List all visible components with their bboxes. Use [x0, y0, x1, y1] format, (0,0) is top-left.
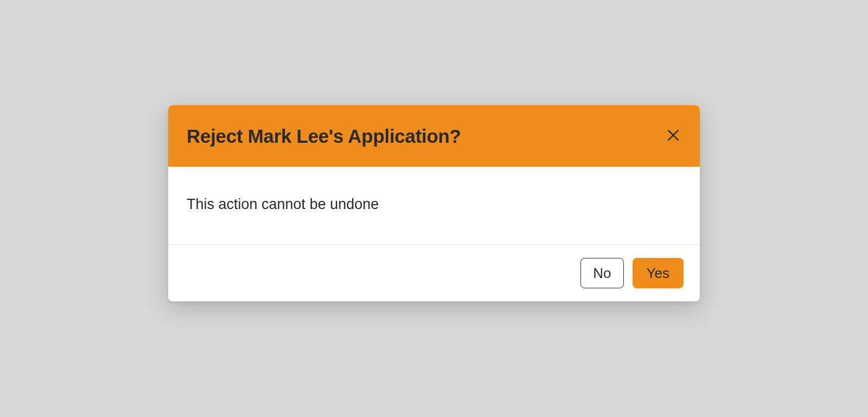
close-button[interactable] — [665, 128, 681, 144]
dialog-body: This action cannot be undone — [168, 167, 700, 245]
dialog-title: Reject Mark Lee's Application? — [187, 125, 461, 147]
dialog-footer: No Yes — [168, 245, 700, 301]
close-icon — [666, 128, 680, 144]
confirm-dialog: Reject Mark Lee's Application? This acti… — [168, 105, 700, 301]
dialog-body-text: This action cannot be undone — [187, 196, 681, 213]
yes-button[interactable]: Yes — [633, 258, 684, 288]
dialog-header: Reject Mark Lee's Application? — [168, 105, 700, 167]
no-button[interactable]: No — [580, 258, 623, 288]
